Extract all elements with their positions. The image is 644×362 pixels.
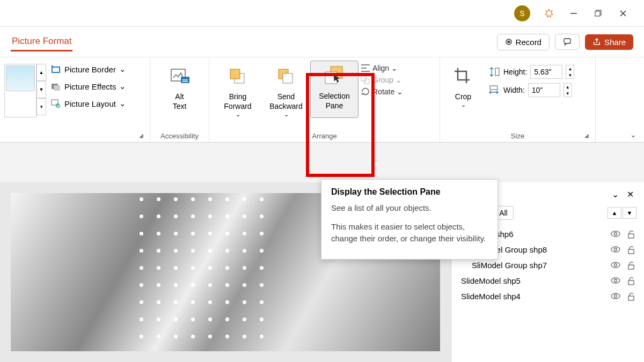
minimize-button[interactable] xyxy=(561,1,586,26)
rotate-button[interactable]: Rotate ⌄ xyxy=(361,87,403,96)
svg-rect-34 xyxy=(628,280,634,285)
selection-pane-button[interactable]: Selection Pane xyxy=(310,61,358,118)
user-avatar[interactable]: S xyxy=(514,5,530,21)
ribbon-tabs: Picture Format Record Share xyxy=(0,27,644,57)
height-input[interactable] xyxy=(530,65,562,79)
size-group-label: Size xyxy=(444,131,591,140)
send-backward-icon xyxy=(276,67,296,86)
close-button[interactable] xyxy=(611,1,635,26)
visibility-icon[interactable] xyxy=(611,230,620,239)
chevron-down-icon: ⌄ xyxy=(119,82,126,91)
record-button[interactable]: Record xyxy=(497,34,550,50)
lock-icon[interactable] xyxy=(627,292,635,301)
dot-pattern xyxy=(140,193,279,351)
svg-rect-28 xyxy=(628,249,634,254)
effects-icon xyxy=(50,81,61,92)
object-list-item[interactable]: SlideModel shp5 xyxy=(459,273,636,289)
arrange-group-label: Arrange xyxy=(214,131,435,140)
svg-rect-37 xyxy=(628,296,634,300)
tab-picture-format[interactable]: Picture Format xyxy=(11,33,72,51)
svg-rect-22 xyxy=(490,86,497,90)
object-name: SliModel Group shp7 xyxy=(472,261,611,270)
object-name: SlideModel shp5 xyxy=(461,276,611,285)
style-thumb[interactable] xyxy=(6,65,35,91)
visibility-icon[interactable] xyxy=(611,277,620,285)
svg-rect-25 xyxy=(628,234,634,238)
object-list-item[interactable]: SliModel Group shp7 xyxy=(459,257,636,273)
chevron-down-icon: ⌄ xyxy=(284,111,289,118)
alt-text-label: Alt Text xyxy=(173,92,187,111)
visibility-icon[interactable] xyxy=(611,261,620,270)
height-label: Height: xyxy=(503,68,527,76)
rotate-label: Rotate xyxy=(372,87,394,96)
record-label: Record xyxy=(516,38,541,47)
comment-icon xyxy=(563,38,572,46)
bring-forward-icon xyxy=(228,67,247,86)
picture-style-gallery[interactable] xyxy=(4,64,36,117)
svg-point-26 xyxy=(611,247,620,252)
tooltip-line1: See a list of all your objects. xyxy=(331,202,488,215)
crop-label: Crop xyxy=(455,92,471,101)
svg-rect-8 xyxy=(54,85,60,91)
chevron-down-icon: ⌄ xyxy=(119,64,126,74)
picture-styles-launcher[interactable]: ◢ xyxy=(139,132,147,140)
svg-point-4 xyxy=(507,41,510,43)
border-icon xyxy=(50,64,61,75)
move-down-button[interactable]: ▼ xyxy=(623,207,636,219)
crop-button[interactable]: Crop ⌄ xyxy=(444,61,482,108)
group-icon xyxy=(361,76,370,84)
ribbon: ▲ ▼ ▾ Picture Border ⌄ Picture Effects ⌄… xyxy=(0,57,644,143)
align-button[interactable]: Align ⌄ xyxy=(361,64,403,72)
bring-forward-button[interactable]: Bring Forward ⌄ xyxy=(214,61,262,118)
picture-border-button[interactable]: Picture Border ⌄ xyxy=(50,64,126,75)
share-icon xyxy=(592,38,601,46)
selection-pane-icon xyxy=(323,65,346,87)
lock-icon[interactable] xyxy=(627,246,635,254)
lock-icon[interactable] xyxy=(627,230,635,239)
object-list-item[interactable]: SlideModel shp4 xyxy=(459,289,636,304)
gallery-up[interactable]: ▲ xyxy=(36,64,46,81)
chevron-down-icon: ⌄ xyxy=(119,99,126,108)
group-size: Crop ⌄ Height: ▲▼ Width: ▲▼ Size ◢ xyxy=(440,57,596,142)
size-launcher[interactable]: ◢ xyxy=(584,132,592,140)
visibility-icon[interactable] xyxy=(611,246,620,254)
height-down[interactable]: ▼ xyxy=(566,72,574,78)
collapse-ribbon-icon[interactable]: ⌄ xyxy=(630,130,636,139)
svg-rect-16 xyxy=(283,73,292,83)
crop-icon xyxy=(453,67,473,86)
share-label: Share xyxy=(604,38,626,47)
group-accessibility: Alt Text Accessibility xyxy=(150,57,209,142)
height-up[interactable]: ▲ xyxy=(566,65,574,72)
pane-dropdown-icon[interactable]: ⌄ xyxy=(609,188,621,201)
visibility-icon[interactable] xyxy=(611,292,620,301)
rotate-icon xyxy=(361,87,370,96)
record-icon xyxy=(505,38,513,46)
bring-forward-label: Bring Forward xyxy=(224,92,251,111)
width-icon xyxy=(488,85,500,95)
picture-effects-button[interactable]: Picture Effects ⌄ xyxy=(50,81,126,92)
width-up[interactable]: ▲ xyxy=(564,84,572,90)
svg-point-27 xyxy=(614,248,617,250)
pane-close-icon[interactable]: ✕ xyxy=(624,188,636,201)
picture-layout-label: Picture Layout xyxy=(64,99,116,108)
comments-button[interactable] xyxy=(555,34,580,50)
move-up-button[interactable]: ▲ xyxy=(608,207,621,219)
selection-pane-tooltip: Display the Selection Pane See a list of… xyxy=(321,179,498,260)
picture-layout-button[interactable]: Picture Layout ⌄ xyxy=(50,98,126,109)
width-label: Width: xyxy=(503,86,525,94)
svg-rect-21 xyxy=(495,68,499,76)
restore-button[interactable] xyxy=(586,1,611,26)
alt-text-icon xyxy=(169,67,191,86)
alt-text-button[interactable]: Alt Text xyxy=(155,61,204,111)
send-backward-button[interactable]: Send Backward ⌄ xyxy=(262,61,310,118)
width-down[interactable]: ▼ xyxy=(564,90,572,97)
gallery-down[interactable]: ▼ xyxy=(36,81,46,98)
coming-soon-icon[interactable] xyxy=(537,1,561,26)
chevron-down-icon: ⌄ xyxy=(236,111,240,118)
width-input[interactable] xyxy=(528,83,560,97)
lock-icon[interactable] xyxy=(627,261,635,270)
lock-icon[interactable] xyxy=(627,277,635,285)
svg-point-29 xyxy=(611,262,620,268)
gallery-more[interactable]: ▾ xyxy=(36,98,46,115)
share-button[interactable]: Share xyxy=(585,34,633,50)
